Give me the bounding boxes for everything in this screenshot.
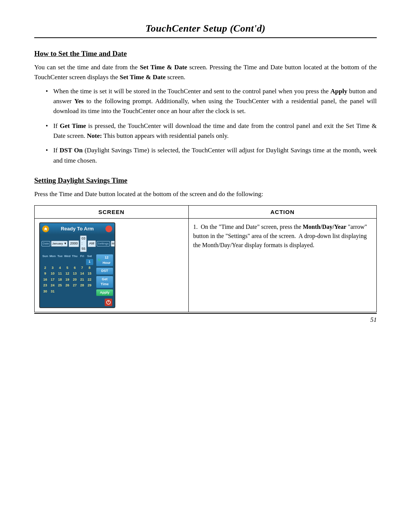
action-text: 1. On the "Time and Date" screen, press …: [193, 224, 367, 248]
dst-button[interactable]: DST: [96, 267, 113, 275]
cal-row-1: 1: [41, 259, 93, 265]
page-footer: 51: [34, 313, 377, 324]
mockup-settings-label: Settings: [97, 241, 110, 246]
table-col1-header: SCREEN: [35, 206, 189, 219]
cal-row-6: 30 31: [41, 289, 93, 295]
table-action-cell: 1. On the "Time and Date" screen, press …: [188, 219, 376, 312]
hour-button[interactable]: ↻ 12 Hour: [96, 254, 113, 267]
mockup-format-value: MM/DD/YY: [112, 241, 115, 246]
section2-intro: Press the Time and Date button located a…: [34, 189, 377, 199]
cal-mon: Mon: [49, 254, 56, 259]
screen-mockup: Ready To Arm Date January ▼ 2000 03 : 55: [39, 222, 115, 308]
mockup-calendar-area: Sun Mon Tue Wed Thu Fri Sat: [40, 253, 115, 297]
mockup-date-row: Date January ▼ 2000 03 : 55 AM Settings …: [40, 235, 115, 253]
mockup-header: Ready To Arm: [40, 223, 115, 235]
table-screen-cell: Ready To Arm Date January ▼ 2000 03 : 55: [35, 219, 189, 312]
section1-intro: You can set the time and date from the S…: [34, 62, 377, 83]
mockup-format-select[interactable]: MM/DD/YY ▼: [111, 241, 115, 247]
cal-row-4: 16 17 18 19 20 21 22: [41, 277, 93, 283]
gettime-button[interactable]: Get Time: [96, 276, 113, 288]
mockup-buttons: ↻ 12 Hour DST Get Time Apply: [95, 253, 115, 297]
cal-wed: Wed: [64, 254, 71, 259]
mockup-home-icon: [42, 225, 49, 232]
mockup-ampm-input[interactable]: AM: [88, 240, 96, 247]
cal-thu: Thu: [71, 254, 78, 259]
mockup-close-icon: [105, 225, 112, 232]
info-table: SCREEN ACTION: [34, 205, 377, 312]
page-header: TouchCenter Setup (Cont'd): [34, 23, 377, 38]
cal-sun: Sun: [41, 254, 49, 259]
mockup-calendar: Sun Mon Tue Wed Thu Fri Sat: [40, 253, 95, 297]
mockup-title: Ready To Arm: [61, 225, 94, 233]
bullet-1: When the time is set it will be stored i…: [46, 86, 377, 117]
mockup-bottom-bar: [40, 297, 115, 307]
page-number: 51: [370, 316, 377, 324]
cal-tue: Tue: [56, 254, 64, 259]
mockup-time-input[interactable]: 03 : 55: [80, 235, 87, 252]
cal-sat: Sat: [86, 254, 93, 259]
page-title: TouchCenter Setup (Cont'd): [34, 23, 377, 34]
cal-fri: Fri: [78, 254, 86, 259]
cal-row-5: 23 24 25 26 27 28 29: [41, 283, 93, 289]
section1-heading: How to Set the Time and Date: [34, 50, 377, 58]
mockup-date-label: Date: [41, 241, 50, 246]
mockup-month-select[interactable]: January ▼: [51, 241, 68, 247]
cal-row-3: 9 10 11 12 13 14 15: [41, 271, 93, 277]
mockup-year-input[interactable]: 2000: [68, 240, 79, 247]
svg-marker-0: [44, 227, 47, 230]
bullet-2: If Get Time is pressed, the TouchCenter …: [46, 121, 377, 141]
page-container: TouchCenter Setup (Cont'd) How to Set th…: [0, 0, 411, 343]
mockup-cal-grid: Sun Mon Tue Wed Thu Fri Sat: [40, 253, 95, 295]
section1-bullets: When the time is set it will be stored i…: [46, 86, 377, 166]
mockup-month-value: January: [52, 241, 63, 246]
cal-row-2: 2 3 4 5 6 7 8: [41, 265, 93, 271]
apply-button[interactable]: Apply: [96, 289, 113, 297]
section2-heading: Setting Daylight Savings Time: [34, 176, 377, 185]
table-col2-header: ACTION: [188, 206, 376, 219]
bullet-3: If DST On (Daylight Savings Time) is sel…: [46, 145, 377, 166]
cal-header: Sun Mon Tue Wed Thu Fri Sat: [41, 254, 93, 259]
mockup-power-icon[interactable]: [105, 299, 112, 306]
